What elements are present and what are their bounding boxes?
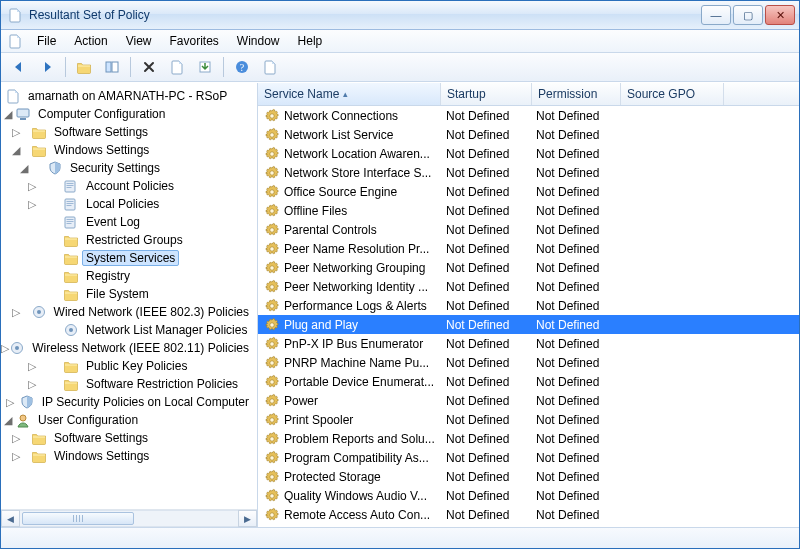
maximize-button[interactable]: ▢: [733, 5, 763, 25]
folder-icon: [63, 376, 79, 392]
service-row[interactable]: Network Location Awaren...Not DefinedNot…: [258, 144, 799, 163]
service-name-cell: Peer Networking Identity ...: [258, 279, 440, 295]
tree-user-windows-settings[interactable]: ▷ Windows Settings: [1, 447, 257, 465]
column-permission[interactable]: Permission: [532, 83, 621, 105]
tree-label: Software Settings: [50, 124, 152, 140]
minimize-button[interactable]: —: [701, 5, 731, 25]
tree-windows-settings[interactable]: ◢ Windows Settings: [1, 141, 257, 159]
toolbar: ?: [1, 53, 799, 82]
menu-file[interactable]: File: [29, 32, 64, 50]
scroll-left-button[interactable]: ◀: [1, 510, 20, 527]
tree-network-list-manager[interactable]: Network List Manager Policies: [1, 321, 257, 339]
column-label: Permission: [538, 87, 597, 101]
tree-user-software-settings[interactable]: ▷ Software Settings: [1, 429, 257, 447]
service-row[interactable]: PnP-X IP Bus EnumeratorNot DefinedNot De…: [258, 334, 799, 353]
service-row[interactable]: Office Source EngineNot DefinedNot Defin…: [258, 182, 799, 201]
permission-cell: Not Defined: [530, 489, 618, 503]
service-row[interactable]: Network List ServiceNot DefinedNot Defin…: [258, 125, 799, 144]
tree-wireless-network[interactable]: ▷ Wireless Network (IEEE 802.11) Policie…: [1, 339, 257, 357]
tree-ip-security[interactable]: ▷ IP Security Policies on Local Computer: [1, 393, 257, 411]
tree-file-system[interactable]: File System: [1, 285, 257, 303]
service-name-cell: Quality Windows Audio V...: [258, 488, 440, 504]
column-label: Startup: [447, 87, 486, 101]
service-row[interactable]: Peer Name Resolution Pr...Not DefinedNot…: [258, 239, 799, 258]
service-row[interactable]: Print SpoolerNot DefinedNot Defined: [258, 410, 799, 429]
menu-action[interactable]: Action: [66, 32, 115, 50]
gear-icon: [264, 146, 280, 162]
policy-icon: [63, 178, 79, 194]
startup-cell: Not Defined: [440, 299, 530, 313]
close-button[interactable]: ✕: [765, 5, 795, 25]
tree-wired-network[interactable]: ▷ Wired Network (IEEE 802.3) Policies: [1, 303, 257, 321]
service-row[interactable]: Peer Networking Identity ...Not DefinedN…: [258, 277, 799, 296]
scroll-thumb[interactable]: [22, 512, 134, 525]
service-name-text: Plug and Play: [284, 318, 358, 332]
tree-label: Local Policies: [82, 196, 163, 212]
help-button[interactable]: ?: [230, 55, 254, 79]
toggle-tree-button[interactable]: [100, 55, 124, 79]
titlebar[interactable]: Resultant Set of Policy — ▢ ✕: [1, 1, 799, 30]
tree-restricted-groups[interactable]: Restricted Groups: [1, 231, 257, 249]
gear-icon: [264, 241, 280, 257]
service-row[interactable]: Network Store Interface S...Not DefinedN…: [258, 163, 799, 182]
forward-button[interactable]: [35, 55, 59, 79]
column-startup[interactable]: Startup: [441, 83, 532, 105]
tree-root[interactable]: amarnath on AMARNATH-PC - RSoP: [1, 87, 257, 105]
service-row[interactable]: Offline FilesNot DefinedNot Defined: [258, 201, 799, 220]
service-row[interactable]: Protected StorageNot DefinedNot Defined: [258, 467, 799, 486]
service-row[interactable]: PowerNot DefinedNot Defined: [258, 391, 799, 410]
service-row[interactable]: Network ConnectionsNot DefinedNot Define…: [258, 106, 799, 125]
startup-cell: Not Defined: [440, 261, 530, 275]
folder-icon: [63, 250, 79, 266]
tree-horizontal-scrollbar[interactable]: ◀ ▶: [1, 509, 257, 527]
service-row[interactable]: Parental ControlsNot DefinedNot Defined: [258, 220, 799, 239]
menu-help[interactable]: Help: [290, 32, 331, 50]
up-button[interactable]: [72, 55, 96, 79]
permission-cell: Not Defined: [530, 280, 618, 294]
tree-public-key-policies[interactable]: ▷ Public Key Policies: [1, 357, 257, 375]
service-name-cell: Print Spooler: [258, 412, 440, 428]
tree-system-services[interactable]: System Services: [1, 249, 257, 267]
column-label: Source GPO: [627, 87, 695, 101]
tree-account-policies[interactable]: ▷ Account Policies: [1, 177, 257, 195]
service-row[interactable]: Plug and PlayNot DefinedNot Defined: [258, 315, 799, 334]
tree-event-log[interactable]: Event Log: [1, 213, 257, 231]
back-button[interactable]: [7, 55, 31, 79]
permission-cell: Not Defined: [530, 147, 618, 161]
permission-cell: Not Defined: [530, 185, 618, 199]
service-row[interactable]: Peer Networking GroupingNot DefinedNot D…: [258, 258, 799, 277]
delete-button[interactable]: [137, 55, 161, 79]
tree-local-policies[interactable]: ▷ Local Policies: [1, 195, 257, 213]
service-row[interactable]: Problem Reports and Solu...Not DefinedNo…: [258, 429, 799, 448]
menu-view[interactable]: View: [118, 32, 160, 50]
export-button[interactable]: [193, 55, 217, 79]
menu-window[interactable]: Window: [229, 32, 288, 50]
service-row[interactable]: Remote Access Auto Con...Not DefinedNot …: [258, 505, 799, 524]
app-icon: [7, 7, 23, 23]
service-row[interactable]: Performance Logs & AlertsNot DefinedNot …: [258, 296, 799, 315]
service-row[interactable]: Program Compatibility As...Not DefinedNo…: [258, 448, 799, 467]
service-row[interactable]: Quality Windows Audio V...Not DefinedNot…: [258, 486, 799, 505]
startup-cell: Not Defined: [440, 223, 530, 237]
scroll-track[interactable]: [20, 510, 238, 527]
column-service-name[interactable]: Service Name ▴: [258, 83, 441, 105]
column-source-gpo[interactable]: Source GPO: [621, 83, 724, 105]
permission-cell: Not Defined: [530, 394, 618, 408]
about-button[interactable]: [258, 55, 282, 79]
tree-label: Computer Configuration: [34, 106, 169, 122]
tree-software-restriction[interactable]: ▷ Software Restriction Policies: [1, 375, 257, 393]
menu-favorites[interactable]: Favorites: [162, 32, 227, 50]
properties-button[interactable]: [165, 55, 189, 79]
scroll-right-button[interactable]: ▶: [238, 510, 257, 527]
tree-registry[interactable]: Registry: [1, 267, 257, 285]
service-row[interactable]: PNRP Machine Name Pu...Not DefinedNot De…: [258, 353, 799, 372]
service-list[interactable]: Network ConnectionsNot DefinedNot Define…: [258, 106, 799, 527]
tree-software-settings[interactable]: ▷ Software Settings: [1, 123, 257, 141]
tree-label: Event Log: [82, 214, 144, 230]
tree-user-configuration[interactable]: ◢ User Configuration: [1, 411, 257, 429]
console-tree[interactable]: amarnath on AMARNATH-PC - RSoP ◢ Compute…: [1, 83, 257, 509]
startup-cell: Not Defined: [440, 318, 530, 332]
tree-security-settings[interactable]: ◢ Security Settings: [1, 159, 257, 177]
service-row[interactable]: Portable Device Enumerat...Not DefinedNo…: [258, 372, 799, 391]
tree-computer-configuration[interactable]: ◢ Computer Configuration: [1, 105, 257, 123]
